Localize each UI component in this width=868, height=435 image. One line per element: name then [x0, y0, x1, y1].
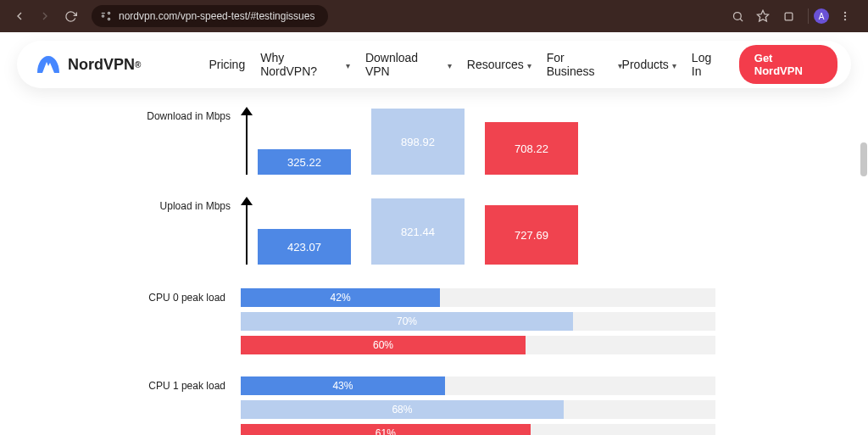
bar-value: 68% [392, 404, 412, 415]
nav-resources[interactable]: Resources▾ [467, 51, 531, 78]
svg-point-5 [733, 12, 741, 20]
chart-label: Download in Mbps [112, 109, 241, 175]
nav-link-label: Why NordVPN? [260, 51, 342, 78]
hbar-fill-2: 68% [241, 400, 564, 419]
brand-name: NordVPN [68, 56, 135, 74]
bookmark-icon[interactable] [752, 5, 774, 27]
cpu0-row-3: 60% [112, 336, 756, 354]
cta-button[interactable]: Get NordVPN [739, 45, 837, 84]
bars: 423.07 821.44 727.69 [258, 198, 578, 265]
arrow-up-icon [241, 197, 253, 205]
bar-value: 43% [332, 380, 353, 392]
svg-point-10 [844, 15, 846, 17]
site-nav: NordVPN® Pricing Why NordVPN?▾ Download … [17, 41, 851, 88]
page-body: NordVPN® Pricing Why NordVPN?▾ Download … [0, 32, 868, 435]
forward-icon[interactable] [34, 5, 56, 27]
hbar-track: 61% [241, 424, 715, 435]
hbar-fill-3: 61% [241, 424, 531, 435]
bar-series-2: 898.92 [371, 109, 465, 175]
hbar-track: 42% [241, 288, 715, 307]
chart-label: CPU 0 peak load [112, 292, 241, 304]
bar-value: 61% [376, 427, 396, 435]
brand[interactable]: NordVPN® [36, 54, 141, 75]
bar-value: 727.69 [515, 229, 548, 242]
nav-products[interactable]: Products▾ [622, 58, 676, 71]
bar-value: 423.07 [287, 241, 321, 254]
svg-point-0 [102, 15, 103, 17]
cpu1-row-1: CPU 1 peak load 43% [112, 376, 756, 395]
brand-tm: ® [135, 60, 141, 70]
zoom-icon[interactable] [726, 5, 748, 27]
nav-link-label: Download VPN [365, 51, 444, 78]
bar-value: 708.22 [515, 142, 548, 155]
upload-chart: Upload in Mbps 423.07 821.44 727.69 [112, 198, 756, 265]
svg-marker-7 [757, 10, 768, 21]
bar-value: 60% [373, 339, 393, 351]
nav-login[interactable]: Log In [692, 51, 724, 78]
hbar-track: 70% [241, 312, 715, 331]
chart-label: Upload in Mbps [112, 198, 241, 265]
reload-icon[interactable] [59, 5, 81, 27]
hbar-fill-1: 42% [241, 288, 440, 307]
charts-section: Download in Mbps 325.22 898.92 708.22 Up… [0, 32, 868, 435]
bar-value: 898.92 [401, 136, 435, 148]
chevron-down-icon: ▾ [527, 61, 531, 70]
nav-link-label: Products [622, 58, 669, 71]
bar-value: 325.22 [287, 156, 321, 169]
hbar-fill-3: 60% [241, 336, 526, 354]
scrollbar-thumb[interactable] [860, 142, 867, 176]
hbar-track: 68% [241, 400, 715, 419]
browser-chrome: nordvpn.com/vpn-speed-test/#testingissue… [0, 0, 868, 32]
nav-link-label: Resources [467, 58, 524, 71]
svg-point-2 [108, 18, 109, 20]
brand-logo-icon [36, 54, 61, 75]
svg-line-6 [740, 19, 743, 21]
nav-link-label: Log In [692, 51, 724, 78]
bar-series-3: 727.69 [485, 205, 578, 265]
back-icon[interactable] [8, 5, 31, 27]
divider [808, 8, 809, 24]
hbar-track: 43% [241, 376, 715, 395]
hbar-fill-2: 70% [241, 312, 573, 331]
bar-value: 821.44 [401, 226, 435, 238]
bar-series-2: 821.44 [371, 198, 465, 265]
nav-business[interactable]: For Business▾ [547, 51, 622, 78]
bar-value: 42% [331, 292, 351, 304]
y-axis [241, 109, 253, 175]
y-axis [241, 198, 253, 265]
cpu1-row-3: 61% [112, 424, 756, 435]
download-chart: Download in Mbps 325.22 898.92 708.22 [112, 109, 756, 175]
nav-right: Products▾ Log In Get NordVPN [622, 45, 837, 84]
nav-link-label: For Business [547, 51, 615, 78]
chevron-down-icon: ▾ [346, 61, 350, 70]
nav-why[interactable]: Why NordVPN?▾ [260, 51, 350, 78]
kebab-menu-icon[interactable] [834, 5, 856, 27]
cpu0-row-1: CPU 0 peak load 42% [112, 288, 756, 307]
chevron-down-icon: ▾ [448, 61, 452, 70]
profile-avatar[interactable]: A [814, 8, 829, 24]
nav-pricing[interactable]: Pricing [209, 51, 245, 78]
bar-series-1: 423.07 [258, 229, 351, 265]
cpu1-row-2: 68% [112, 400, 756, 419]
bar-series-1: 325.22 [258, 149, 351, 175]
arrow-up-icon [241, 107, 253, 115]
svg-point-9 [844, 12, 846, 14]
chart-label: CPU 1 peak load [112, 380, 241, 392]
svg-point-11 [844, 19, 846, 20]
bar-series-3: 708.22 [485, 122, 578, 175]
site-settings-icon[interactable] [100, 10, 112, 22]
hbar-track: 60% [241, 336, 715, 354]
address-bar[interactable]: nordvpn.com/vpn-speed-test/#testingissue… [92, 5, 328, 27]
bars: 325.22 898.92 708.22 [258, 109, 578, 175]
url-text: nordvpn.com/vpn-speed-test/#testingissue… [119, 10, 314, 22]
nav-download[interactable]: Download VPN▾ [365, 51, 452, 78]
extensions-icon[interactable] [777, 5, 799, 27]
hbar-fill-1: 43% [241, 376, 445, 395]
cta-label: Get NordVPN [754, 52, 803, 77]
nav-link-label: Pricing [209, 58, 245, 71]
nav-links: Pricing Why NordVPN?▾ Download VPN▾ Reso… [209, 51, 621, 78]
cpu0-row-2: 70% [112, 312, 756, 331]
chevron-down-icon: ▾ [672, 61, 676, 70]
bar-value: 70% [397, 315, 417, 327]
avatar-initial: A [819, 12, 825, 21]
